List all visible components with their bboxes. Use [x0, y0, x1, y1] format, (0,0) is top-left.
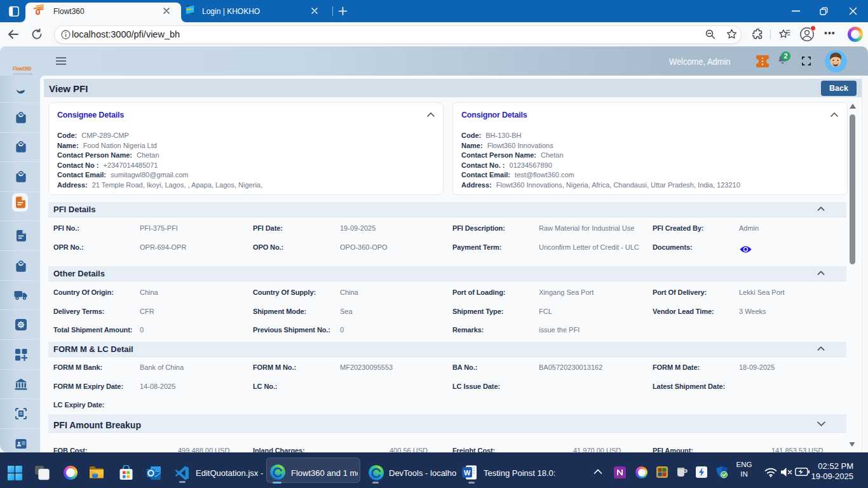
svg-text:W: W	[464, 469, 471, 477]
